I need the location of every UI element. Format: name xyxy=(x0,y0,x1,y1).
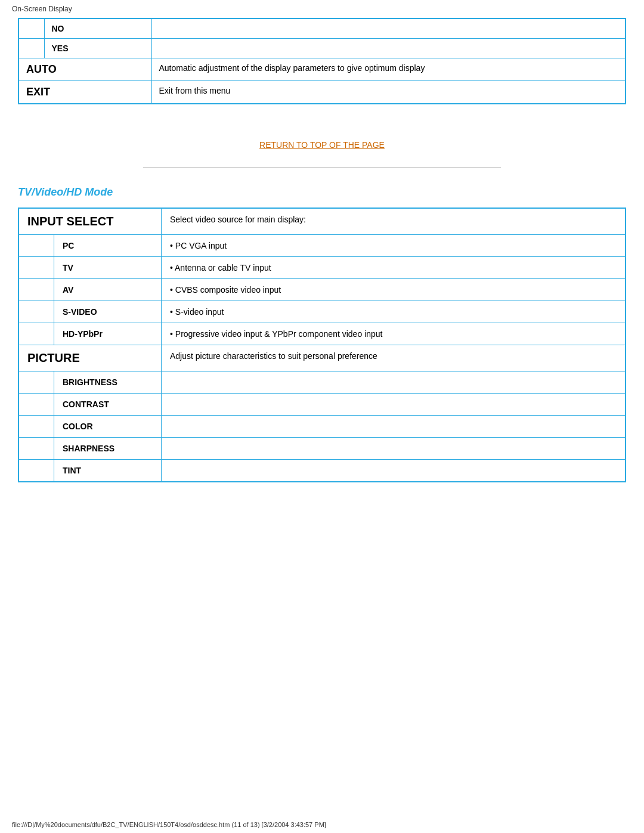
hdypbpr-bullet: Progressive video input & YPbPr componen… xyxy=(170,329,382,339)
contrast-label: CONTRAST xyxy=(54,394,162,416)
hdypbpr-description: Progressive video input & YPbPr componen… xyxy=(162,323,626,345)
brightness-empty xyxy=(18,371,54,394)
contrast-desc xyxy=(162,394,626,416)
tv-empty xyxy=(18,257,54,279)
svideo-row: S-VIDEO S-video input xyxy=(18,301,626,323)
picture-label: PICTURE xyxy=(18,345,162,371)
av-label: AV xyxy=(54,279,162,301)
tint-desc xyxy=(162,460,626,482)
section-divider xyxy=(143,168,501,168)
brightness-label: BRIGHTNESS xyxy=(54,371,162,394)
top-table-empty2 xyxy=(18,39,44,58)
pc-empty xyxy=(18,235,54,257)
table-row: NO xyxy=(18,18,626,39)
svideo-empty xyxy=(18,301,54,323)
av-empty xyxy=(18,279,54,301)
exit-label: EXIT xyxy=(18,81,151,104)
input-select-header-row: INPUT SELECT Select video source for mai… xyxy=(18,208,626,235)
no-label: NO xyxy=(44,18,151,39)
page-footer: file:///D|/My%20documents/dfu/B2C_TV/ENG… xyxy=(12,821,326,828)
pc-label: PC xyxy=(54,235,162,257)
exit-row: EXIT Exit from this menu xyxy=(18,81,626,104)
color-label: COLOR xyxy=(54,416,162,438)
svideo-label: S-VIDEO xyxy=(54,301,162,323)
hdypbpr-row: HD-YPbPr Progressive video input & YPbPr… xyxy=(18,323,626,345)
brightness-row: BRIGHTNESS xyxy=(18,371,626,394)
tint-empty xyxy=(18,460,54,482)
header-title: On-Screen Display xyxy=(12,5,72,13)
brightness-desc xyxy=(162,371,626,394)
input-select-label: INPUT SELECT xyxy=(18,208,162,235)
tint-row: TINT xyxy=(18,460,626,482)
tv-label: TV xyxy=(54,257,162,279)
picture-header-row: PICTURE Adjust picture characteristics t… xyxy=(18,345,626,371)
sharpness-row: SHARPNESS xyxy=(18,438,626,460)
no-description xyxy=(151,18,626,39)
main-table: INPUT SELECT Select video source for mai… xyxy=(18,208,626,482)
yes-label: YES xyxy=(44,39,151,58)
contrast-row: CONTRAST xyxy=(18,394,626,416)
footer-text: file:///D|/My%20documents/dfu/B2C_TV/ENG… xyxy=(12,821,326,828)
table-row: YES xyxy=(18,39,626,58)
tv-bullet: Antenna or cable TV input xyxy=(170,263,271,272)
content-area: NO YES AUTO Automatic adjustment of the … xyxy=(0,18,644,482)
exit-description: Exit from this menu xyxy=(151,81,626,104)
pc-bullet: PC VGA input xyxy=(170,241,227,250)
auto-label: AUTO xyxy=(18,58,151,81)
input-select-description: Select video source for main display: xyxy=(162,208,626,235)
picture-description: Adjust picture characteristics to suit p… xyxy=(162,345,626,371)
svideo-bullet: S-video input xyxy=(170,307,224,317)
svideo-description: S-video input xyxy=(162,301,626,323)
av-description: CVBS composite video input xyxy=(162,279,626,301)
tint-label: TINT xyxy=(54,460,162,482)
page-header: On-Screen Display xyxy=(0,0,644,18)
return-to-top-link[interactable]: RETURN TO TOP OF THE PAGE xyxy=(259,140,385,150)
color-desc xyxy=(162,416,626,438)
sharpness-desc xyxy=(162,438,626,460)
tv-description: Antenna or cable TV input xyxy=(162,257,626,279)
tv-row: TV Antenna or cable TV input xyxy=(18,257,626,279)
pc-row: PC PC VGA input xyxy=(18,235,626,257)
sharpness-empty xyxy=(18,438,54,460)
hdypbpr-label: HD-YPbPr xyxy=(54,323,162,345)
av-row: AV CVBS composite video input xyxy=(18,279,626,301)
top-table-empty xyxy=(18,18,44,39)
color-row: COLOR xyxy=(18,416,626,438)
sharpness-label: SHARPNESS xyxy=(54,438,162,460)
pc-description: PC VGA input xyxy=(162,235,626,257)
auto-row: AUTO Automatic adjustment of the display… xyxy=(18,58,626,81)
contrast-empty xyxy=(18,394,54,416)
hdypbpr-empty xyxy=(18,323,54,345)
av-bullet: CVBS composite video input xyxy=(170,285,281,295)
return-link-container: RETURN TO TOP OF THE PAGE xyxy=(18,122,626,168)
section-title: TV/Video/HD Mode xyxy=(18,186,626,199)
yes-description xyxy=(151,39,626,58)
color-empty xyxy=(18,416,54,438)
top-table: NO YES AUTO Automatic adjustment of the … xyxy=(18,18,626,104)
auto-description: Automatic adjustment of the display para… xyxy=(151,58,626,81)
